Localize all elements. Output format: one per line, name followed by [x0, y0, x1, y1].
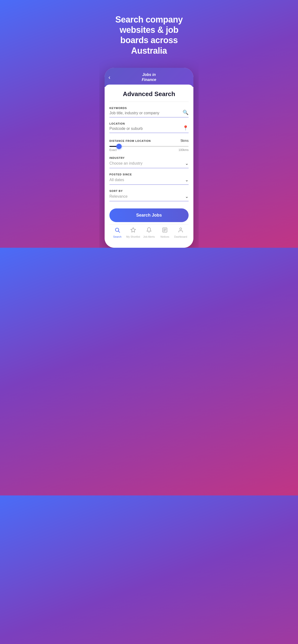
- industry-field-group: INDUSTRY Choose an industry ⌄: [109, 156, 189, 168]
- search-nav-label: Search: [113, 235, 122, 238]
- location-label: LOCATION: [109, 122, 189, 125]
- keywords-field-group: KEYWORDS 🔍: [109, 106, 189, 118]
- location-input-wrapper: 📍: [109, 126, 189, 133]
- search-icon: 🔍: [183, 110, 189, 115]
- dashboard-nav-icon: [178, 227, 184, 234]
- posted-since-field-group: POSTED SINCE All dates ⌄: [109, 173, 189, 185]
- distance-value: 5kms: [181, 139, 189, 142]
- app-logo: Jobs in Finance: [142, 72, 156, 82]
- shortlist-nav-icon: [130, 227, 136, 234]
- distance-label: DISTANCE FROM LOCATION: [109, 140, 151, 142]
- nav-item-alerts[interactable]: Job Alerts: [142, 227, 156, 238]
- nav-item-shortlist[interactable]: My Shortlist: [126, 227, 140, 238]
- sort-by-dropdown[interactable]: Relevance ⌄: [109, 194, 189, 201]
- shortlist-nav-label: My Shortlist: [126, 235, 140, 238]
- form-title: Advanced Search: [109, 90, 189, 102]
- nav-item-search[interactable]: Search: [110, 227, 124, 238]
- search-nav-icon: [114, 227, 120, 234]
- sort-by-field-group: SORT BY Relevance ⌄: [109, 190, 189, 201]
- sort-by-chevron-icon: ⌄: [185, 194, 189, 199]
- keywords-label: KEYWORDS: [109, 106, 189, 110]
- posted-since-label: POSTED SINCE: [109, 173, 189, 176]
- back-button[interactable]: ‹: [108, 74, 110, 81]
- nav-item-notices[interactable]: Notices: [158, 227, 172, 238]
- hero-section: Search company websites & job boards acr…: [99, 0, 199, 63]
- industry-chevron-icon: ⌄: [185, 161, 189, 166]
- location-icon: 📍: [183, 125, 189, 131]
- keywords-input-wrapper: 🔍: [109, 111, 189, 118]
- posted-since-dropdown[interactable]: All dates ⌄: [109, 177, 189, 185]
- svg-line-1: [118, 231, 120, 232]
- search-form: Advanced Search KEYWORDS 🔍 LOCATION 📍 DI…: [105, 84, 193, 248]
- distance-slider-container: [109, 146, 189, 147]
- keywords-input[interactable]: [109, 111, 189, 115]
- industry-dropdown[interactable]: Choose an industry ⌄: [109, 161, 189, 168]
- phone-mockup: ‹ Jobs in Finance Advanced Search KEYWOR…: [105, 68, 193, 248]
- industry-value: Choose an industry: [109, 161, 142, 166]
- nav-item-dashboard[interactable]: Dashboard: [174, 227, 188, 238]
- sort-by-value: Relevance: [109, 194, 128, 198]
- svg-point-7: [180, 228, 182, 230]
- slider-track: [109, 146, 189, 147]
- phone-header: ‹ Jobs in Finance: [105, 68, 193, 87]
- slider-thumb[interactable]: [116, 144, 122, 149]
- svg-marker-2: [131, 228, 135, 232]
- location-input[interactable]: [109, 126, 189, 131]
- notices-nav-icon: [162, 227, 168, 234]
- bottom-nav: Search My Shortlist Job Alerts: [109, 224, 189, 243]
- distance-section: DISTANCE FROM LOCATION 5kms Exact 100kms: [109, 138, 189, 152]
- slider-min-label: Exact: [109, 148, 117, 152]
- location-field-group: LOCATION 📍: [109, 122, 189, 133]
- dashboard-nav-label: Dashboard: [174, 235, 187, 238]
- search-button[interactable]: Search Jobs: [109, 208, 189, 222]
- sort-by-label: SORT BY: [109, 190, 189, 192]
- hero-title: Search company websites & job boards acr…: [106, 14, 192, 56]
- slider-limits: Exact 100kms: [109, 148, 189, 152]
- alerts-nav-icon: [146, 227, 152, 234]
- slider-max-label: 100kms: [179, 148, 189, 152]
- industry-label: INDUSTRY: [109, 156, 189, 159]
- notices-nav-label: Notices: [161, 235, 169, 238]
- posted-since-chevron-icon: ⌄: [185, 177, 189, 182]
- alerts-nav-label: Job Alerts: [143, 235, 155, 238]
- posted-since-value: All dates: [109, 178, 124, 182]
